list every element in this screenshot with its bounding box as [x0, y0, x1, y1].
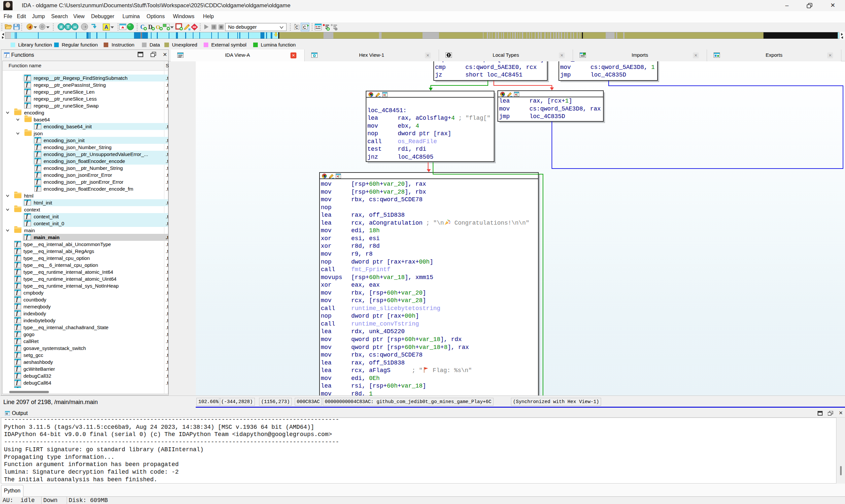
svg-text:∞: ∞	[73, 24, 76, 29]
svg-text:C: C	[303, 25, 306, 30]
svg-text:C: C	[295, 25, 298, 30]
svg-text:#: #	[60, 24, 63, 29]
svg-text:T: T	[67, 24, 69, 29]
svg-text:A: A	[104, 24, 108, 30]
svg-text:O: O	[156, 24, 160, 30]
